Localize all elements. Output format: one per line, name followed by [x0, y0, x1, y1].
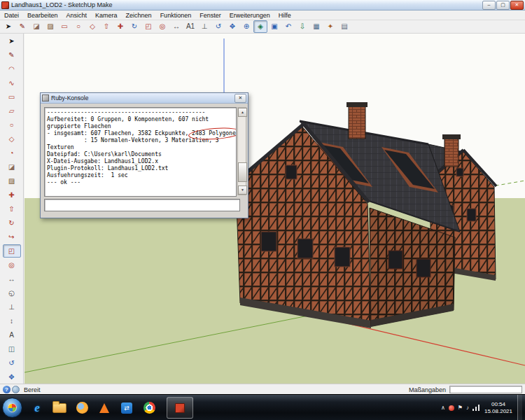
toolbar-button-pan[interactable]: ✥ [225, 20, 239, 33]
palette-button-offset[interactable]: ◎ [3, 258, 21, 272]
system-tray: ∧ ⚑ ♪ 00:54 15.08.2021 [441, 395, 525, 420]
action-center-icon[interactable]: ⚑ [458, 405, 463, 411]
palette-button-orbit[interactable]: ↺ [3, 356, 21, 370]
scroll-thumb[interactable] [238, 162, 247, 182]
ruby-console-titlebar[interactable]: Ruby-Konsole ✕ [41, 93, 248, 104]
toolbar-button-plugin-grid[interactable]: ▦ [309, 20, 323, 33]
palette-button-polygon[interactable]: ◇ [3, 132, 21, 146]
console-line: ----------------------------------------… [47, 109, 236, 116]
palette-button-circle[interactable]: ○ [3, 118, 21, 132]
toolbar-button-export-x[interactable]: ⇩ [295, 20, 309, 33]
palette-button-paint-bucket[interactable]: ▨ [3, 174, 21, 188]
minimize-button-icon[interactable]: – [482, 1, 496, 10]
menu-item-hilfe[interactable]: Hilfe [274, 11, 295, 20]
palette-button-dimension[interactable]: ↕ [3, 314, 21, 328]
toolbar-button-push-pull[interactable]: ⇧ [99, 20, 113, 33]
toolbar-button-tape-measure[interactable]: ↔ [169, 20, 183, 33]
menu-item-funktionen[interactable]: Funktionen [156, 11, 196, 20]
toolbar-button-zoom-extents[interactable]: ▣ [267, 20, 281, 33]
palette-button-line[interactable]: ✎ [3, 48, 21, 62]
palette-button-move[interactable]: ✚ [3, 188, 21, 202]
menu-item-erweiterungen[interactable]: Erweiterungen [225, 11, 274, 20]
taskbar-clock[interactable]: 00:54 15.08.2021 [484, 401, 512, 414]
console-line: Texturen [47, 144, 236, 151]
close-button-icon[interactable]: ✕ [510, 1, 524, 10]
toolbar-button-polygon[interactable]: ◇ [85, 20, 99, 33]
toolbar-button-plugin-star[interactable]: ✦ [323, 20, 337, 33]
menu-item-kamera[interactable]: Kamera [91, 11, 122, 20]
toolbar-button-axes[interactable]: ⊥ [197, 20, 211, 33]
geolocation-icon[interactable] [12, 386, 20, 393]
toolbar-button-circle[interactable]: ○ [71, 20, 85, 33]
palette-button-rotate[interactable]: ↻ [3, 216, 21, 230]
title-bar[interactable]: Landhaus1_LOD2 - SketchUp Make – ▢ ✕ [0, 0, 525, 10]
toolbar-button-scale[interactable]: ◰ [141, 20, 155, 33]
console-output[interactable]: ----------------------------------------… [44, 107, 237, 197]
measurements-input[interactable] [449, 386, 522, 393]
toolbar-button-rectangle[interactable]: ▭ [57, 20, 71, 33]
palette-button-rectangle[interactable]: ▭ [3, 90, 21, 104]
palette-button-scale[interactable]: ◰ [3, 244, 21, 258]
tray-alert-icon[interactable] [449, 405, 454, 411]
palette-button-eraser[interactable]: ◪ [3, 160, 21, 174]
palette-button-pan[interactable]: ✥ [3, 370, 21, 384]
menu-item-ansicht[interactable]: Ansicht [62, 11, 92, 20]
toolbar-button-plugin-list[interactable]: ▤ [337, 20, 351, 33]
toolbar-button-ruby-console[interactable]: ◈ [253, 20, 267, 33]
menu-item-datei[interactable]: Datei [0, 11, 23, 20]
palette-button-text[interactable]: A [3, 328, 21, 342]
scroll-up-icon[interactable]: ▲ [238, 108, 247, 117]
taskbar-window-button[interactable] [167, 397, 193, 419]
ruby-console-close-icon[interactable]: ✕ [234, 94, 246, 103]
sketchup-window: Landhaus1_LOD2 - SketchUp Make – ▢ ✕ Dat… [0, 0, 525, 420]
palette-button-push-pull[interactable]: ⇧ [3, 202, 21, 216]
menu-item-fenster[interactable]: Fenster [195, 11, 225, 20]
menu-item-zeichnen[interactable]: Zeichnen [122, 11, 156, 20]
toolbar-button-line[interactable]: ✎ [15, 20, 29, 33]
palette-button-section-plane[interactable]: ◫ [3, 342, 21, 356]
ruby-console-title: Ruby-Konsole [51, 94, 88, 102]
palette-button-axes[interactable]: ⊥ [3, 300, 21, 314]
toolbar-button-orbit[interactable]: ↺ [211, 20, 225, 33]
sketchup-taskbar-icon [175, 403, 185, 413]
toolbar-button-text[interactable]: A1 [183, 20, 197, 33]
toolbar-button-zoom[interactable]: ⊕ [239, 20, 253, 33]
console-line: X-Datei-Ausgabe: Landhaus1_LOD2.x [47, 158, 236, 165]
palette-button-rotated-rectangle[interactable]: ▱ [3, 104, 21, 118]
firefox-icon[interactable] [71, 398, 92, 417]
palette-button-freehand[interactable]: ∿ [3, 76, 21, 90]
maximize-button-icon[interactable]: ▢ [496, 1, 510, 10]
toolbar-button-move[interactable]: ✚ [113, 20, 127, 33]
tray-expand-icon[interactable]: ∧ [441, 405, 445, 411]
palette-button-arc[interactable]: ◠ [3, 62, 21, 76]
console-scrollbar[interactable]: ▲ ▼ [237, 107, 246, 195]
palette-button-tape-measure[interactable]: ↔ [3, 272, 21, 286]
palette-button-pie[interactable]: ◔ [3, 146, 21, 160]
scroll-down-icon[interactable]: ▼ [238, 186, 247, 195]
toolbar-button-rotate[interactable]: ↻ [127, 20, 141, 33]
console-line: Dateipfad: C:\Users\karl\Documents [47, 151, 236, 158]
teamviewer-icon[interactable]: ⇄ [116, 398, 137, 417]
palette-button-follow-me[interactable]: ↪ [3, 230, 21, 244]
console-input[interactable] [44, 199, 240, 211]
internet-explorer-icon[interactable]: e [27, 398, 48, 417]
volume-icon[interactable]: ♪ [466, 405, 469, 411]
chrome-icon[interactable] [139, 398, 160, 417]
gable-attic-window [286, 165, 297, 179]
menu-item-bearbeiten[interactable]: Bearbeiten [23, 11, 62, 20]
show-desktop-button[interactable] [517, 395, 522, 420]
network-icon[interactable] [472, 405, 479, 411]
toolbar-button-previous-view[interactable]: ↶ [281, 20, 295, 33]
start-button[interactable] [2, 398, 22, 418]
toolbar-button-offset[interactable]: ◎ [155, 20, 169, 33]
toolbar-button-eraser[interactable]: ◪ [29, 20, 43, 33]
palette-button-select[interactable]: ➤ [3, 34, 21, 48]
status-text: Bereit [24, 386, 41, 393]
help-icon[interactable]: ? [3, 386, 10, 393]
toolbar-button-paint-bucket[interactable]: ▨ [43, 20, 57, 33]
file-explorer-icon[interactable] [49, 398, 70, 417]
vlc-icon[interactable] [94, 398, 115, 417]
palette-button-protractor[interactable]: ◵ [3, 286, 21, 300]
ruby-console-window[interactable]: Ruby-Konsole ✕ -------------------------… [40, 92, 248, 218]
toolbar-button-select[interactable]: ➤ [1, 20, 15, 33]
